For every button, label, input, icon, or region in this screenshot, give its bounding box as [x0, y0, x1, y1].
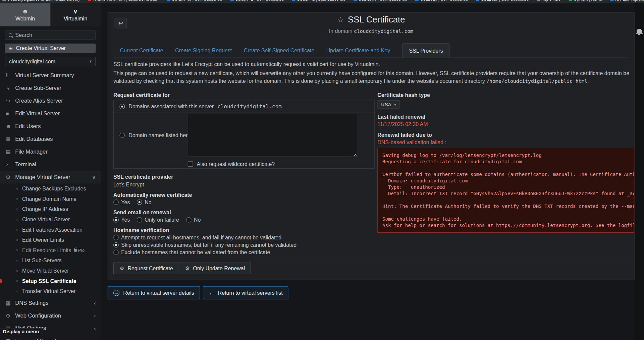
auto-renew-no[interactable]: No [137, 199, 152, 205]
bookmark-item[interactable]: Upwork | Home [569, 0, 602, 2]
sidebar-item-virtual-server-summary[interactable]: ℹ Virtual Server Summary [0, 69, 101, 82]
radio-icon[interactable] [113, 200, 119, 205]
chevron-down-icon: ▾ [394, 103, 396, 107]
radio-icon[interactable] [113, 235, 119, 240]
auto-renew-yes[interactable]: Yes [113, 199, 130, 205]
sidebar-item-manage-virtual-server[interactable]: ⚙ Manage Virtual Server ∨ [0, 171, 101, 183]
domain-select[interactable]: cloudcitydigital.com ▾ [5, 57, 96, 66]
hostname-attempt-all[interactable]: Attempt to request all hostnames, and fa… [113, 234, 375, 241]
favicon [476, 0, 480, 1]
browser-bookmarks-bar: cloudcitydigital.com: Edit Virtual Serve… [0, 0, 644, 3]
hostname-skip-unresolvable[interactable]: Skip unresolvable hostnames, but fail if… [113, 241, 375, 248]
sidebar-subitem-edit-owner-limits[interactable]: ○ Edit Owner Limits [0, 235, 101, 245]
bullet-icon: ○ [16, 238, 22, 242]
tab-update-certificate-and-key[interactable]: Update Certificate and Key [326, 47, 390, 53]
bookmark-item[interactable]: Setup P 2 | Sell, Subscribe [230, 0, 284, 2]
search-input[interactable] [15, 32, 92, 38]
sidebar-subitem-label: Move Virtual Server [22, 268, 69, 274]
return-to-server-details-button[interactable]: ← Return to virtual server details [108, 286, 200, 299]
bookmark-item[interactable]: What's the diffe… | LocalCoinSwa… [88, 0, 159, 2]
tab-virtualmin[interactable]: ∨ Virtualmin [50, 3, 101, 26]
radio-icon[interactable] [113, 217, 119, 223]
domain-names-textarea[interactable] [188, 114, 358, 157]
wildcard-checkbox[interactable] [188, 161, 193, 167]
bookmark-item[interactable]: SS 100 for | Sell, Subscribe [167, 0, 222, 2]
sidebar-item-web-configuration[interactable]: ⊕ Web Configuration ‹ [0, 309, 101, 322]
sidebar-search[interactable] [5, 31, 96, 40]
hash-type-select[interactable]: RSA ▾ [377, 100, 399, 109]
tab-create-self-signed-certificate[interactable]: Create Self-Signed Certificate [244, 47, 315, 53]
tab-create-signing-request[interactable]: Create Signing Request [175, 47, 232, 53]
radio-icon[interactable] [113, 249, 119, 255]
wildcard-option-row[interactable]: Also request wildcard certificate? [114, 159, 374, 169]
domains-associated-radio[interactable] [119, 104, 125, 109]
return-details-label: Return to virtual server details [123, 290, 194, 296]
star-icon[interactable]: ☆ [337, 16, 344, 24]
bookmark-item[interactable]: SSL2020 | Sell, Subscribe [476, 0, 529, 2]
bookmark-item[interactable]: Topic intro [537, 0, 561, 2]
radio-icon[interactable] [113, 242, 119, 247]
sidebar-item-dns-settings[interactable]: ▦ DNS Settings ‹ [0, 296, 101, 309]
users-icon: ☻ [6, 123, 15, 129]
sidebar-subitem-clone-virtual-server[interactable]: ○ Clone Virtual Server [0, 214, 101, 225]
sidebar-item-file-manager[interactable]: ▤ File Manager [0, 145, 101, 158]
bookmark-item[interactable]: SSSL P 2 | Sell, Subscribe [292, 0, 345, 2]
bookmarks-overflow-icon[interactable]: » [639, 0, 642, 2]
bullet-icon: ○ [16, 187, 22, 190]
option-label: Domains associated with this server [128, 104, 214, 110]
bookmark-item[interactable]: SSL 1000 | Sell, Subscribe [354, 0, 407, 2]
hostname-exclude-invalid[interactable]: Exclude hostnames that cannot be validat… [113, 249, 375, 256]
chart-icon: ▥ [6, 338, 15, 340]
sidebar-subitem-change-backups-excludes[interactable]: ○ Change Backups Excludes [0, 183, 101, 194]
auto-renew-options: Yes No [113, 199, 375, 205]
sidebar-item-label: Edit Databases [15, 136, 53, 142]
sidebar-subitem-list-sub-servers[interactable]: ○ List Sub-Servers [0, 256, 101, 266]
radio-icon[interactable] [137, 217, 142, 223]
tab-webmin[interactable]: ☻ Webmin [0, 3, 50, 26]
sidebar-subitem-setup-ssl-certificate[interactable]: ○ Setup SSL Certificate [0, 276, 101, 286]
sidebar-subitem-label: Edit Owner Limits [22, 237, 64, 243]
bullet-icon: ○ [16, 269, 22, 273]
sidebar-subitem-edit-features-association[interactable]: ○ Edit Features Association [0, 225, 101, 235]
bookmark-label: SSSL P 2 | Sell, Subscribe [297, 0, 345, 2]
domain-names-listed-radio[interactable] [119, 133, 125, 138]
request-certificate-button[interactable]: ⚙ Request Certificate [113, 262, 179, 274]
create-virtual-server-button[interactable]: ⊞ Create Virtual Server [5, 44, 96, 53]
radio-icon[interactable] [186, 217, 192, 223]
sidebar-item-create-sub-server[interactable]: ↳ Create Sub-Server [0, 82, 101, 95]
domain-select-value: cloudcitydigital.com [9, 58, 55, 64]
sidebar-subitem-label: Change Backups Excludes [22, 185, 86, 191]
sidebar-item-label: Create Sub-Server [15, 85, 61, 91]
bookmark-item[interactable]: cloudcitydigital.com: Edit Virtual Serve… [2, 0, 79, 2]
sidebar-subitem-transfer-virtual-server[interactable]: ○ Transfer Virtual Server [0, 286, 101, 296]
auto-renew-label: Automatically renew certificate [113, 192, 375, 198]
letsencrypt-error-log[interactable]: Saving debug log to /var/log/letsencrypt… [377, 148, 634, 233]
scrollbar-track[interactable] [635, 3, 644, 340]
return-to-servers-list-button[interactable]: ← Return to virtual servers list [203, 286, 288, 299]
sidebar-subitem-change-domain-name[interactable]: ○ Change Domain Name [0, 194, 101, 204]
email-yes[interactable]: Yes [113, 217, 130, 223]
sidebar-subitem-edit-resource-limits[interactable]: ○ Edit Resource Limits Pro [0, 245, 101, 256]
sidebar-subitem-change-ip-address[interactable]: ○ Change IP Address [0, 204, 101, 215]
notifications-toggle[interactable] [637, 29, 642, 33]
alias-arrow-icon: ↪ [6, 98, 15, 104]
email-no[interactable]: No [186, 217, 201, 223]
sidebar-item-edit-users[interactable]: ☻ Edit Users [0, 120, 101, 133]
sidebar-item-create-alias-server[interactable]: ↪ Create Alias Server [0, 95, 101, 107]
sidebar-item-edit-virtual-server[interactable]: ≡ Edit Virtual Server [0, 107, 101, 120]
only-update-renewal-button[interactable]: ⚙ Only Update Renewal [179, 262, 251, 274]
bookmark-item[interactable]: SSL2020 | Sell, Subscribe [415, 0, 468, 2]
email-only-on-failure[interactable]: Only on failure [137, 217, 179, 223]
sidebar-item-terminal[interactable]: >_ Terminal [0, 158, 101, 171]
radio-icon[interactable] [137, 200, 142, 205]
sliders-icon: ≡ [6, 110, 15, 116]
tab-current-certificate[interactable]: Current Certificate [120, 47, 163, 53]
domain-names-listed-option[interactable]: Domain names listed here [119, 132, 191, 138]
sidebar-subitem-move-virtual-server[interactable]: ○ Move Virtual Server [0, 266, 101, 276]
tab-ssl-providers[interactable]: SSL Providers [402, 43, 450, 58]
sidebar-item-label: Logs and Reports [15, 338, 59, 340]
sidebar-item-edit-databases[interactable]: ≣ Edit Databases [0, 133, 101, 146]
renewal-failed-label: Renewal failed due to [377, 132, 634, 138]
option-domains-associated[interactable]: Domains associated with this server clou… [114, 101, 374, 112]
bookmark-label: Topic intro [542, 0, 561, 2]
